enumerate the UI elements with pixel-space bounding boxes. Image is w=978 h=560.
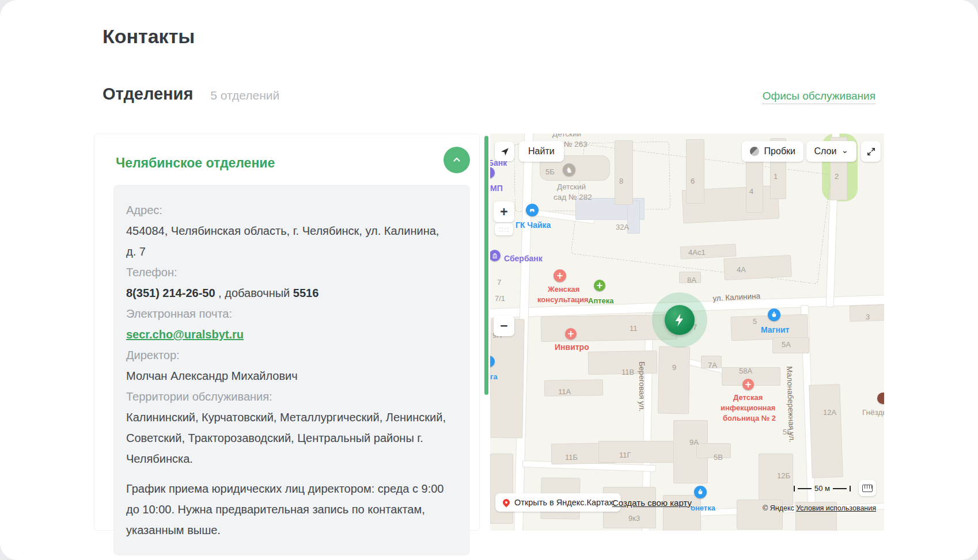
map-label: сад № 282 — [554, 192, 592, 203]
map-label: 7А — [708, 360, 717, 371]
building — [723, 255, 792, 280]
map-label: 11 — [630, 323, 638, 334]
map-search-button[interactable]: Найти — [519, 141, 564, 162]
poi-icon[interactable] — [490, 167, 495, 178]
list-scroll-track — [480, 134, 490, 531]
map-label: 7/1 — [495, 294, 505, 304]
map-label: 12Б — [777, 471, 790, 481]
map-label: Магнит — [761, 325, 789, 335]
map-label: 11Б — [565, 452, 578, 463]
map-label: 7 — [497, 277, 501, 288]
store-icon[interactable] — [694, 486, 707, 498]
map-canvas: Детскийсад № 263Детскийсад № 2825Б861423… — [490, 134, 884, 531]
building — [772, 337, 809, 353]
map-label: Сбербанк — [504, 253, 543, 264]
email-link[interactable]: secr.cho@uralsbyt.ru — [126, 328, 244, 341]
ruler-icon — [862, 485, 873, 492]
map-label: 12А — [823, 407, 836, 418]
map-label: 2 — [835, 172, 839, 182]
pets-icon[interactable]: ♞ — [563, 163, 575, 176]
address-label: Адрес: — [126, 200, 447, 220]
map-label: 9 — [672, 363, 676, 373]
create-map-link[interactable]: Создать свою карту — [612, 498, 692, 508]
traffic-label: Пробки — [764, 146, 795, 157]
building — [658, 346, 690, 414]
map-label: 5В — [714, 452, 723, 463]
territories-label: Территории обслуживания: — [126, 386, 447, 407]
list-scrollbar-thumb[interactable] — [484, 136, 488, 395]
map-label: 5 — [753, 317, 757, 327]
address-value: 454084, Челябинская область, г. Челябинс… — [126, 220, 447, 262]
poi-icon[interactable] — [877, 393, 884, 404]
chevron-down-icon: ⌄ — [841, 145, 848, 155]
section-count: 5 отделений — [210, 89, 279, 102]
hospital-icon[interactable]: + — [742, 379, 754, 390]
terms-link[interactable]: Условия использования — [796, 504, 876, 512]
pharmacy-icon[interactable]: + — [594, 280, 605, 291]
clinic-icon[interactable]: + — [565, 328, 577, 340]
map-label: онетка — [691, 503, 715, 513]
map-label: 5Б — [545, 167, 555, 177]
fullscreen-button[interactable] — [861, 141, 881, 162]
page-container: Контакты Отделения 5 отделений Офисы обс… — [0, 0, 978, 560]
phone-extension: 5516 — [293, 287, 319, 299]
map-scale: 50 м — [794, 484, 851, 493]
open-in-yandex-maps-label: Открыть в Яндекс.Картах — [514, 498, 613, 507]
chevron-up-icon — [452, 155, 462, 165]
page-title: Контакты — [103, 24, 884, 48]
map-label: 1 — [774, 172, 778, 182]
territories-value: Калининский, Курчатовский, Металлургичес… — [126, 407, 447, 469]
collapse-button[interactable] — [443, 147, 470, 173]
ruler-button[interactable] — [859, 480, 876, 496]
open-in-yandex-maps-button[interactable]: Открыть в Яндекс.Картах — [495, 493, 621, 512]
offices-link[interactable]: Офисы обслуживания — [763, 90, 875, 104]
schedule-text: График приема юридических лиц директором… — [126, 478, 447, 540]
zoom-out-button[interactable]: − — [494, 315, 514, 336]
bank-icon[interactable] — [490, 250, 501, 261]
map-label: 4 — [749, 186, 753, 197]
geolocation-button[interactable] — [495, 142, 514, 161]
scale-line — [833, 488, 847, 489]
traffic-icon — [750, 147, 759, 156]
map-label: Детский — [557, 182, 586, 192]
zoom-slider-handle[interactable]: ········ — [495, 223, 513, 235]
building — [490, 454, 513, 524]
branch-card: Челябинское отделение Адрес: 454084, Чел… — [94, 134, 480, 531]
traffic-button[interactable]: Пробки — [742, 141, 803, 162]
yandex-map[interactable]: Детскийсад № 263Детскийсад № 2825Б861423… — [490, 134, 884, 531]
layers-button[interactable]: Слои ⌄ — [806, 141, 856, 162]
navigator-arrow-icon — [500, 147, 510, 157]
phone-label: Телефон: — [126, 262, 447, 283]
director-label: Директор: — [126, 345, 447, 365]
car-service-icon[interactable] — [526, 204, 539, 216]
map-label: 3 — [866, 312, 870, 322]
scale-line — [798, 488, 812, 489]
scale-tick — [850, 486, 851, 492]
map-label: Инвитро — [555, 342, 589, 352]
clinic-icon[interactable]: + — [554, 269, 566, 282]
building — [544, 379, 603, 397]
zoom-in-button[interactable]: + — [494, 201, 514, 222]
map-pin-icon — [502, 498, 511, 508]
branch-marker[interactable] — [665, 305, 695, 335]
building — [809, 384, 843, 478]
map-label: 58А — [739, 366, 752, 376]
map-label: Береговая ул. — [636, 361, 647, 412]
map-label: Детская — [733, 393, 763, 403]
scale-value: 50 м — [814, 484, 830, 493]
email-label: Электронная почта: — [126, 303, 447, 324]
building — [686, 139, 704, 204]
section-title: Отделения — [103, 83, 193, 105]
grip-dots-icon: ···· — [499, 230, 510, 233]
map-label: Аптека — [588, 296, 614, 306]
map-copyright: © Яндекс Условия использования — [763, 504, 876, 512]
section-header: Отделения 5 отделений Офисы обслуживания — [103, 83, 875, 105]
store-icon[interactable] — [768, 308, 780, 321]
phone-number: 8(351) 214-26-50 — [126, 287, 215, 299]
phone-value: 8(351) 214-26-50 , добавочный 5516 — [126, 283, 447, 303]
map-label: 11В — [621, 367, 634, 378]
map-label: 8 — [619, 176, 623, 186]
map-label: 9А — [689, 437, 699, 448]
map-label: 9к3 — [628, 513, 640, 524]
scale-tick — [794, 486, 795, 492]
